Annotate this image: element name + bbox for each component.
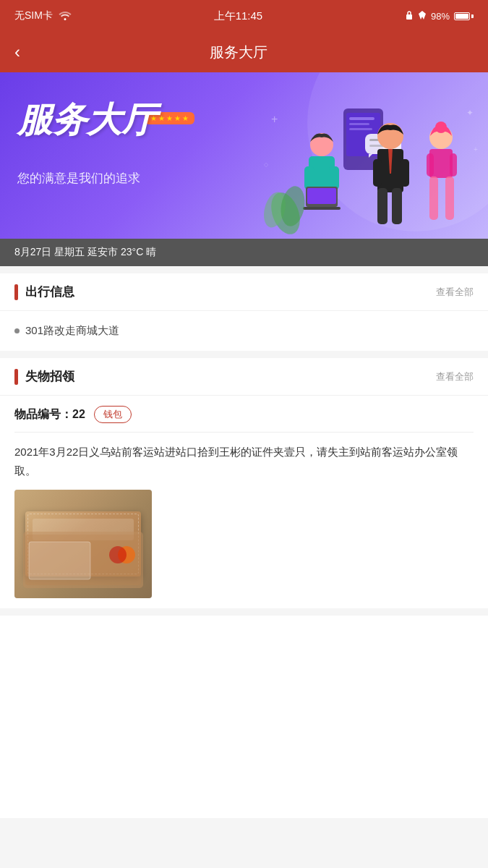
status-right: 98%	[405, 10, 474, 22]
svg-rect-16	[303, 207, 341, 210]
travel-item-text: 301路改走商城大道	[25, 324, 119, 338]
svg-rect-15	[307, 188, 336, 204]
travel-indicator	[14, 284, 18, 300]
travel-title-wrap: 出行信息	[14, 284, 74, 300]
lost-found-title-wrap: 失物招领	[14, 368, 74, 385]
status-bar: 无SIM卡 上午11:45 98%	[0, 0, 488, 32]
banner-illustration: + ✦ + ◇	[249, 94, 481, 239]
lost-found-header: 失物招领 查看全部	[0, 358, 488, 396]
svg-text:+: +	[474, 145, 478, 153]
svg-text:◇: ◇	[264, 161, 269, 168]
battery-icon	[454, 12, 474, 20]
back-button[interactable]: ‹	[14, 36, 26, 68]
svg-rect-27	[450, 153, 457, 176]
item-tag: 钱包	[94, 406, 132, 423]
svg-rect-19	[373, 159, 382, 187]
wifi-icon	[59, 10, 72, 22]
svg-rect-22	[392, 188, 402, 224]
svg-rect-26	[427, 153, 434, 176]
lost-found-title: 失物招领	[25, 368, 74, 385]
svg-rect-4	[349, 123, 369, 125]
lost-found-content: 物品编号：22 钱包 2021年3月22日义乌站前客运站进站口拾到王彬的证件夹壹…	[0, 396, 488, 608]
battery-percent: 98%	[431, 11, 450, 22]
item-image	[14, 490, 152, 598]
weather-text: 8月27日 星期五 延安市 23°C 晴	[14, 246, 156, 258]
wallet-svg	[14, 490, 152, 598]
item-number-row: 物品编号：22 钱包	[14, 406, 474, 423]
svg-rect-20	[401, 159, 409, 187]
svg-rect-29	[445, 176, 454, 220]
svg-rect-41	[29, 542, 90, 579]
bullet-icon	[14, 328, 20, 333]
svg-text:+: +	[271, 113, 278, 125]
svg-rect-0	[406, 14, 412, 20]
svg-point-43	[109, 546, 127, 563]
lock-icon	[405, 10, 414, 22]
banner-title-main: 服务大厅	[17, 101, 156, 140]
banner: ★ ★ ★ ★ ★ 服务大厅 您的满意是我们的追求	[0, 72, 488, 239]
status-left: 无SIM卡	[14, 9, 72, 22]
item-description: 2021年3月22日义乌站前客运站进站口拾到王彬的证件夹壹只，请失主到站前客运站…	[14, 443, 474, 480]
star-5: ★	[182, 114, 189, 122]
travel-section: 出行信息 查看全部 301路改走商城大道	[0, 273, 488, 351]
svg-rect-12	[304, 166, 314, 190]
travel-title: 出行信息	[25, 284, 74, 300]
star-4: ★	[174, 114, 181, 122]
svg-rect-13	[329, 166, 339, 190]
nav-bar: ‹ 服务大厅	[0, 32, 488, 72]
travel-content: 301路改走商城大道	[0, 311, 488, 351]
travel-section-header: 出行信息 查看全部	[0, 273, 488, 311]
banner-title-sub: 您的满意是我们的追求	[17, 170, 140, 187]
svg-rect-21	[377, 188, 388, 224]
page-title: 服务大厅	[26, 43, 450, 62]
status-time: 上午11:45	[214, 9, 263, 23]
lost-found-more-button[interactable]: 查看全部	[436, 370, 474, 383]
svg-rect-5	[349, 128, 372, 130]
star-3: ★	[166, 114, 173, 122]
item-number: 物品编号：22	[14, 407, 85, 422]
wallet-illustration	[14, 490, 152, 598]
svg-text:✦: ✦	[466, 108, 474, 118]
carrier-label: 无SIM卡	[14, 9, 53, 22]
svg-point-30	[435, 122, 447, 133]
lost-found-section: 失物招领 查看全部 物品编号：22 钱包 2021年3月22日义乌站前客运站进站…	[0, 358, 488, 608]
travel-item: 301路改走商城大道	[14, 321, 474, 341]
svg-rect-3	[349, 117, 374, 120]
empty-space	[0, 616, 488, 818]
weather-bar: 8月27日 星期五 延安市 23°C 晴	[0, 239, 488, 266]
item-divider	[14, 432, 474, 433]
star-2: ★	[158, 114, 165, 122]
travel-more-button[interactable]: 查看全部	[436, 286, 474, 299]
svg-rect-28	[429, 176, 438, 220]
location-icon	[418, 10, 427, 22]
lost-found-indicator	[14, 369, 18, 385]
